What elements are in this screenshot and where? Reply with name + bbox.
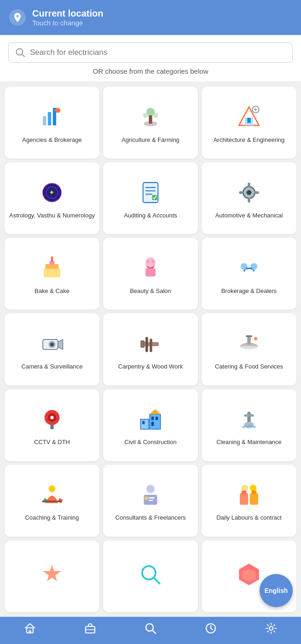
nav-home[interactable] — [0, 622, 60, 638]
search-bar[interactable] — [8, 42, 293, 63]
svg-point-38 — [145, 257, 156, 269]
category-icon-cleaning-maintenance — [234, 404, 264, 434]
category-card-beauty-salon[interactable]: Beauty & Salon — [103, 238, 198, 310]
category-card-misc1[interactable] — [5, 540, 99, 612]
category-label-auditing-accounts: Auditing & Accounts — [124, 212, 177, 220]
svg-point-75 — [146, 485, 155, 493]
category-card-bake-cake[interactable]: Bake & Cake — [5, 238, 99, 310]
categories-grid: Agencies & BrokerageAgriculture & Farmin… — [0, 82, 301, 617]
category-card-agriculture-farming[interactable]: Agriculture & Farming — [103, 87, 198, 158]
category-card-brokerage-dealers[interactable]: Brokerage & Dealers — [202, 238, 296, 310]
svg-rect-62 — [150, 414, 161, 429]
category-card-cctv-dth[interactable]: CCTV & DTH — [5, 389, 99, 461]
category-label-consultants-freelancers: Consultants & Freelancers — [115, 514, 185, 522]
location-title: Current location — [32, 8, 103, 19]
svg-point-81 — [250, 485, 257, 492]
svg-point-43 — [251, 263, 258, 270]
svg-marker-48 — [58, 340, 63, 350]
category-icon-civil-construction — [136, 404, 165, 434]
search-section: OR choose from the categories below — [0, 35, 301, 82]
svg-point-28 — [247, 190, 252, 195]
category-icon-architecture-engineering — [234, 102, 264, 132]
svg-rect-41 — [145, 268, 156, 276]
category-card-astrology-vasthu-numerology[interactable]: ✦Astrology, Vasthu & Numerology — [5, 162, 99, 234]
svg-point-77 — [145, 497, 148, 500]
svg-rect-82 — [240, 493, 248, 505]
category-label-daily-labours-contract: Daily Labours & contract — [216, 514, 282, 522]
category-icon-misc1 — [37, 560, 67, 589]
svg-rect-85 — [251, 491, 256, 494]
svg-rect-33 — [44, 268, 60, 277]
location-icon — [9, 9, 26, 26]
svg-point-47 — [50, 343, 53, 346]
category-icon-coaching-training — [37, 480, 67, 509]
svg-rect-3 — [43, 116, 46, 125]
category-card-carpentry-wood-work[interactable]: Carpentry & Wood Work — [103, 313, 198, 385]
svg-point-56 — [254, 337, 257, 340]
svg-rect-92 — [29, 630, 31, 633]
search-input[interactable] — [30, 48, 286, 57]
nav-search[interactable] — [121, 621, 181, 638]
nav-history[interactable] — [180, 622, 241, 638]
svg-rect-30 — [248, 198, 250, 203]
fab-english[interactable]: English — [260, 574, 293, 607]
svg-rect-55 — [246, 335, 253, 337]
category-icon-automotive-mechanical — [234, 178, 264, 207]
category-icon-agencies-brokerage — [37, 102, 67, 132]
header-text[interactable]: Current location Touch to change — [32, 8, 103, 27]
category-card-auditing-accounts[interactable]: Auditing & Accounts — [103, 162, 198, 234]
svg-rect-31 — [239, 191, 244, 193]
category-card-agencies-brokerage[interactable]: Agencies & Brokerage — [5, 87, 99, 158]
svg-rect-66 — [151, 422, 154, 426]
category-label-automotive-mechanical: Automotive & Mechanical — [215, 212, 283, 220]
category-card-cleaning-maintenance[interactable]: Cleaning & Maintenance — [202, 389, 296, 461]
category-card-camera-surveillance[interactable]: Camera & Surveillance — [5, 313, 99, 385]
svg-rect-70 — [244, 414, 254, 416]
category-card-misc2[interactable] — [103, 540, 198, 612]
briefcase-icon — [84, 622, 97, 638]
svg-marker-86 — [43, 564, 61, 581]
category-card-architecture-engineering[interactable]: Architecture & Engineering — [202, 87, 296, 158]
svg-point-39 — [147, 260, 149, 263]
svg-point-59 — [50, 416, 53, 419]
category-icon-misc3 — [234, 560, 264, 589]
svg-rect-84 — [242, 491, 247, 494]
history-icon — [204, 622, 217, 638]
category-icon-consultants-freelancers — [136, 480, 165, 509]
svg-rect-64 — [151, 417, 154, 420]
search-icon — [15, 47, 25, 58]
nav-briefcase[interactable] — [60, 622, 121, 638]
category-label-cctv-dth: CCTV & DTH — [34, 439, 70, 446]
category-card-automotive-mechanical[interactable]: Automotive & Mechanical — [202, 162, 296, 234]
nav-settings[interactable] — [241, 622, 301, 638]
svg-point-37 — [51, 257, 53, 259]
svg-point-98 — [269, 626, 273, 630]
category-label-beauty-salon: Beauty & Salon — [130, 287, 171, 295]
category-label-agencies-brokerage: Agencies & Brokerage — [22, 136, 81, 144]
category-card-catering-food-services[interactable]: Catering & Food Services — [202, 313, 296, 385]
category-card-civil-construction[interactable]: Civil & Construction — [103, 389, 198, 461]
category-label-brokerage-dealers: Brokerage & Dealers — [221, 287, 277, 295]
svg-rect-51 — [145, 337, 148, 352]
svg-rect-74 — [42, 501, 62, 503]
svg-rect-29 — [248, 182, 250, 187]
category-card-consultants-freelancers[interactable]: Consultants & Freelancers — [103, 465, 198, 537]
svg-line-2 — [22, 54, 25, 57]
category-icon-auditing-accounts — [136, 178, 165, 207]
category-card-daily-labours-contract[interactable]: Daily Labours & contract — [202, 465, 296, 537]
svg-line-88 — [154, 578, 160, 584]
svg-marker-67 — [150, 409, 161, 414]
settings-icon — [265, 622, 278, 638]
category-label-architecture-engineering: Architecture & Engineering — [214, 136, 285, 144]
or-text: OR choose from the categories below — [8, 67, 293, 75]
svg-rect-32 — [254, 191, 259, 193]
svg-rect-78 — [149, 498, 155, 499]
category-label-cleaning-maintenance: Cleaning & Maintenance — [216, 439, 282, 446]
category-icon-beauty-salon — [136, 253, 165, 283]
category-card-coaching-training[interactable]: Coaching & Training — [5, 465, 99, 537]
svg-point-12 — [153, 113, 158, 118]
svg-rect-50 — [140, 340, 145, 348]
home-icon — [23, 622, 36, 638]
category-label-camera-surveillance: Camera & Surveillance — [22, 363, 83, 371]
svg-point-11 — [143, 113, 148, 118]
